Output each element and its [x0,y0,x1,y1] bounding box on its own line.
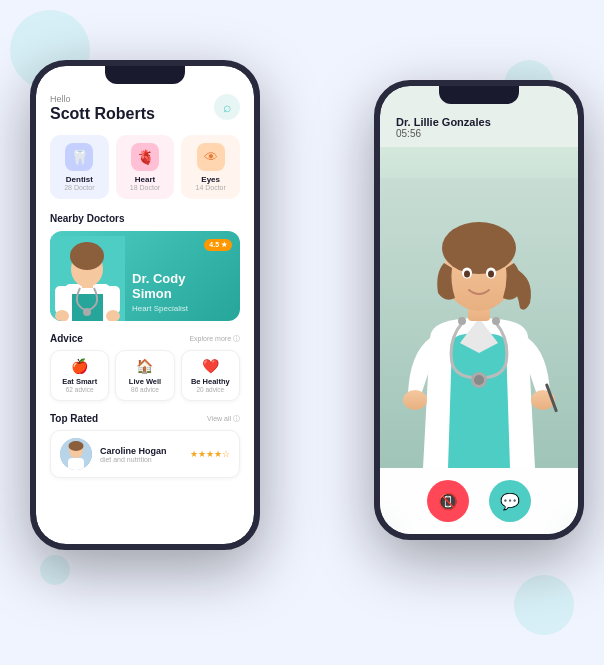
heart-count: 18 Doctor [130,184,160,191]
greeting-label: Hello [50,94,155,104]
search-button[interactable] [214,94,240,120]
decor-dot-3 [40,555,70,585]
dentist-count: 28 Doctor [64,184,94,191]
eyes-label: Eyes [201,175,220,184]
svg-point-21 [464,271,470,278]
doctor-banner[interactable]: Dr. CodySimon Heart Specialist 4.5 ★ [50,231,240,321]
svg-point-22 [488,271,494,278]
svg-point-27 [474,375,484,385]
eyes-count: 14 Doctor [196,184,226,191]
left-phone-screen: Hello Scott Roberts 🦷 Dentist 28 Doctor … [36,66,254,544]
doctor-figure-svg [50,236,125,321]
left-phone: Hello Scott Roberts 🦷 Dentist 28 Doctor … [30,60,260,550]
live-well-count: 86 advice [131,386,159,393]
doctor-specialty: Heart Specialist [132,304,232,313]
decor-dot-4 [514,575,574,635]
dentist-label: Dentist [66,175,93,184]
left-phone-content: Hello Scott Roberts 🦷 Dentist 28 Doctor … [36,66,254,544]
svg-point-28 [458,317,466,325]
top-rated-item[interactable]: Caroline Hogan diet and nutrition ★★★★☆ [50,430,240,478]
heart-icon: 🫀 [131,143,159,171]
caroline-specialty: diet and nutrition [100,456,182,463]
doctor-prefix: Dr. [132,271,149,286]
eyes-icon: 👁 [197,143,225,171]
category-heart[interactable]: 🫀 Heart 18 Doctor [116,135,175,199]
doctor-avatar [50,236,125,321]
svg-point-13 [69,441,84,451]
svg-rect-6 [55,286,69,314]
caroline-avatar-svg [60,438,92,470]
live-well-label: Live Well [129,377,161,386]
eat-smart-icon: 🍎 [71,358,88,374]
categories-row: 🦷 Dentist 28 Doctor 🫀 Heart 18 Doctor 👁 … [50,135,240,199]
be-healthy-label: Be Healthy [191,377,230,386]
eat-smart-label: Eat Smart [62,377,97,386]
doctor-name: Dr. CodySimon [132,271,232,302]
heart-label: Heart [135,175,155,184]
explore-more-label: Explore more ⓘ [189,334,240,344]
svg-point-23 [403,390,427,410]
caroline-info: Caroline Hogan diet and nutrition [100,446,182,463]
advice-cards: 🍎 Eat Smart 62 advice 🏠 Live Well 86 adv… [50,350,240,401]
call-photo-area [380,147,578,468]
right-phone: Dr. Lillie Gonzales 05:56 [374,80,584,540]
svg-point-10 [83,308,91,316]
advice-live-well[interactable]: 🏠 Live Well 86 advice [115,350,174,401]
caroline-name: Caroline Hogan [100,446,182,456]
caroline-avatar [60,438,92,470]
view-all-label: View all ⓘ [207,414,240,424]
advice-be-healthy[interactable]: ❤️ Be Healthy 20 advice [181,350,240,401]
call-controls [380,468,578,534]
call-doctor-name: Dr. Lillie Gonzales [396,116,562,128]
dentist-icon: 🦷 [65,143,93,171]
svg-point-18 [442,222,516,274]
end-call-button[interactable] [427,480,469,522]
category-dentist[interactable]: 🦷 Dentist 28 Doctor [50,135,109,199]
be-healthy-icon: ❤️ [202,358,219,374]
nearby-title: Nearby Doctors [50,213,240,224]
svg-rect-14 [68,458,84,470]
message-button[interactable] [489,480,531,522]
call-doctor-svg [380,178,578,468]
be-healthy-count: 20 advice [196,386,224,393]
svg-point-29 [492,317,500,325]
advice-section-row: Advice Explore more ⓘ [50,333,240,344]
scene: Hello Scott Roberts 🦷 Dentist 28 Doctor … [0,0,604,665]
header-row: Hello Scott Roberts [50,94,240,123]
call-timer: 05:56 [396,128,562,139]
advice-title: Advice [50,333,83,344]
call-photo-background [380,147,578,468]
call-screen: Dr. Lillie Gonzales 05:56 [380,86,578,534]
left-notch [105,66,185,84]
live-well-icon: 🏠 [136,358,153,374]
category-eyes[interactable]: 👁 Eyes 14 Doctor [181,135,240,199]
user-name: Scott Roberts [50,105,155,123]
top-rated-row: Top Rated View all ⓘ [50,413,240,424]
svg-rect-7 [106,286,120,314]
rating-badge: 4.5 ★ [204,239,232,251]
header-text: Hello Scott Roberts [50,94,155,123]
advice-eat-smart[interactable]: 🍎 Eat Smart 62 advice [50,350,109,401]
svg-point-5 [70,242,104,270]
caroline-stars: ★★★★☆ [190,449,230,459]
right-notch [439,86,519,104]
top-rated-title: Top Rated [50,413,98,424]
eat-smart-count: 62 advice [66,386,94,393]
